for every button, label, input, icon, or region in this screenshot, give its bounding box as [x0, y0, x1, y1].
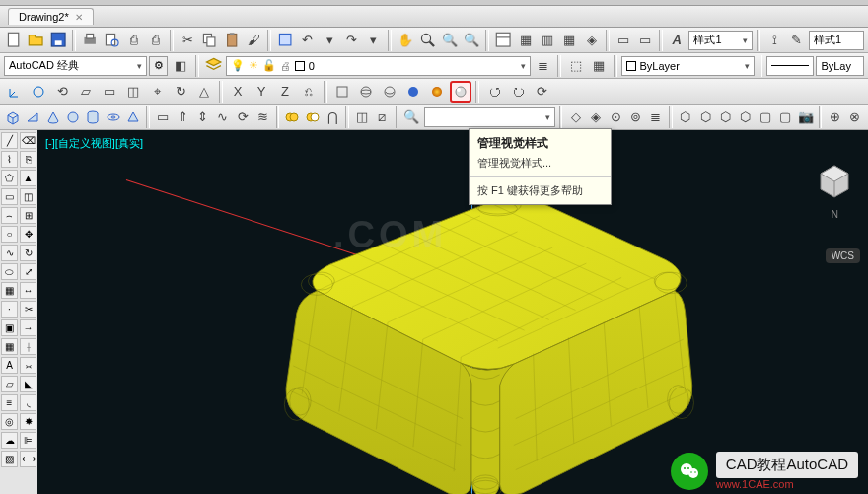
lineweight-dropdown[interactable]	[766, 56, 815, 76]
text-style-button[interactable]: A	[667, 30, 687, 51]
ucs-zrot-button[interactable]: Z	[274, 81, 296, 103]
ucs-obj-button[interactable]: ▭	[99, 81, 120, 103]
ucs-y-button[interactable]: Y	[251, 81, 272, 103]
workspace-settings-button[interactable]: ⚙	[149, 56, 168, 76]
linetype-dropdown[interactable]: ByLay	[816, 56, 864, 76]
dim-style-dropdown[interactable]: 样式1	[809, 31, 864, 50]
viewport[interactable]: [-][自定义视图][真实]	[37, 130, 868, 494]
wcs-badge[interactable]: WCS	[826, 248, 860, 263]
slice-button[interactable]: ⧄	[373, 106, 391, 128]
calculator-button[interactable]: ▦	[559, 30, 579, 51]
match-props-button[interactable]: 🖌	[244, 30, 263, 51]
save-button[interactable]	[48, 30, 68, 51]
orbit-cont-button[interactable]: ⟳	[531, 81, 552, 103]
brush-button[interactable]: ✎	[787, 30, 807, 51]
vs-conceptual-button[interactable]	[426, 81, 448, 103]
dim-style-button[interactable]: ⟟	[764, 30, 784, 51]
intersect-button[interactable]: ⋂	[324, 106, 341, 128]
vs-realistic-button[interactable]	[402, 81, 424, 103]
block-editor-button[interactable]	[275, 30, 295, 51]
view-b[interactable]: ◈	[587, 106, 605, 128]
viewcube[interactable]	[813, 160, 856, 203]
view-d[interactable]: ⊚	[626, 106, 644, 128]
join-tool[interactable]: ⟗	[20, 357, 36, 374]
ucs-origin-button[interactable]: ⌖	[146, 81, 168, 103]
pyramid-button[interactable]	[124, 106, 142, 128]
ucs-prev-button[interactable]: ⟲	[51, 81, 73, 103]
view-front[interactable]: ▢	[776, 106, 794, 128]
loft-button[interactable]: ≋	[253, 106, 271, 128]
mline-tool[interactable]: ≡	[1, 394, 18, 411]
ellipse-tool[interactable]: ⬭	[1, 263, 18, 280]
sphere-button[interactable]	[64, 106, 82, 128]
iso-nw[interactable]: ⬡	[737, 106, 755, 128]
workspace-dropdown[interactable]: AutoCAD 经典▾	[4, 56, 147, 76]
scale-tool[interactable]: ⤢	[20, 263, 36, 280]
markup-button[interactable]: ◈	[581, 30, 601, 51]
section-button[interactable]: ◫	[353, 106, 371, 128]
paste-button[interactable]	[222, 30, 242, 51]
line-tool[interactable]: ╱	[1, 132, 18, 149]
view-x1[interactable]: ⊕	[826, 106, 843, 128]
view-cam[interactable]: 📷	[796, 106, 814, 128]
layer-manager-button[interactable]	[203, 55, 224, 77]
zoom-rt-button[interactable]	[417, 30, 437, 51]
vs-hidden-button[interactable]	[379, 81, 400, 103]
manage-visual-styles-button[interactable]	[450, 81, 471, 103]
cone-button[interactable]	[44, 106, 62, 128]
layer-prev-button[interactable]: ≣	[533, 55, 553, 77]
undo-button[interactable]: ↶	[298, 30, 318, 51]
break-tool[interactable]: ⟊	[20, 338, 36, 355]
print-preview-button[interactable]	[102, 30, 121, 51]
extend-tool[interactable]: →	[20, 319, 36, 336]
view-e[interactable]: ≣	[647, 106, 665, 128]
table-tool[interactable]: ▦	[1, 338, 18, 355]
polysolid-button[interactable]: ▭	[154, 106, 172, 128]
sweep-button[interactable]: ∿	[214, 106, 232, 128]
arc-tool[interactable]: ⌢	[1, 207, 18, 224]
layer-dropdown[interactable]: 💡 ☀ 🔓 🖨 0 ▾	[226, 56, 531, 76]
pline-tool[interactable]: ⌇	[1, 151, 18, 168]
solid-model[interactable]	[205, 189, 738, 494]
torus-button[interactable]	[105, 106, 122, 128]
box-button[interactable]	[4, 106, 22, 128]
viewport-label[interactable]: [-][自定义视图][真实]	[45, 136, 143, 151]
extrude-button[interactable]: ⇑	[174, 106, 191, 128]
vs-2dwire-button[interactable]	[331, 81, 353, 103]
view-a[interactable]: ◇	[566, 106, 584, 128]
workspace-misc-button[interactable]: ◧	[170, 55, 190, 77]
vs-3dwire-button[interactable]	[355, 81, 377, 103]
cut-button[interactable]: ✂	[178, 30, 197, 51]
zoom-prev-button[interactable]: 🔍	[462, 30, 481, 51]
align-tool[interactable]: ⊫	[20, 432, 36, 449]
copy-tool[interactable]: ⎘	[20, 151, 36, 168]
ucs-x-button[interactable]: X	[227, 81, 249, 103]
redo-dd-button[interactable]: ▾	[364, 30, 384, 51]
revision-tool[interactable]: ☁	[1, 432, 18, 449]
sheet-set-button[interactable]: ▦	[515, 30, 535, 51]
donut-tool[interactable]: ◎	[1, 413, 18, 430]
union-button[interactable]	[283, 106, 301, 128]
trim-tool[interactable]: ✂	[20, 301, 36, 318]
color-dropdown[interactable]: ByLayer ▾	[621, 56, 755, 76]
zoom-window-button[interactable]: 🔍	[440, 30, 460, 51]
erase-tool[interactable]: ⌫	[20, 132, 36, 149]
layer-tool-a[interactable]: ▭	[614, 30, 633, 51]
open-button[interactable]	[26, 30, 45, 51]
tab-drawing2[interactable]: Drawing2* ✕	[8, 8, 94, 25]
rect-tool[interactable]: ▭	[1, 188, 18, 205]
layer-states-button[interactable]: ▦	[588, 55, 609, 77]
visual-style-list[interactable]: ▾	[424, 107, 554, 127]
circle-tool[interactable]: ○	[1, 226, 18, 243]
presspull-button[interactable]: ⇕	[193, 106, 211, 128]
ucs-apply-button[interactable]: ⎌	[298, 81, 320, 103]
ucs-3pt-button[interactable]: △	[193, 81, 215, 103]
undo-dd-button[interactable]: ▾	[320, 30, 339, 51]
mirror-tool[interactable]: ▲	[20, 170, 36, 186]
view-x2[interactable]: ⊗	[846, 106, 864, 128]
copy-button[interactable]	[199, 30, 219, 51]
ucs-view-button[interactable]: ◫	[122, 81, 144, 103]
plot-button[interactable]: ⎙	[146, 30, 166, 51]
zoom-3d-button[interactable]: 🔍	[402, 106, 420, 128]
spline-tool[interactable]: ∿	[1, 245, 18, 261]
